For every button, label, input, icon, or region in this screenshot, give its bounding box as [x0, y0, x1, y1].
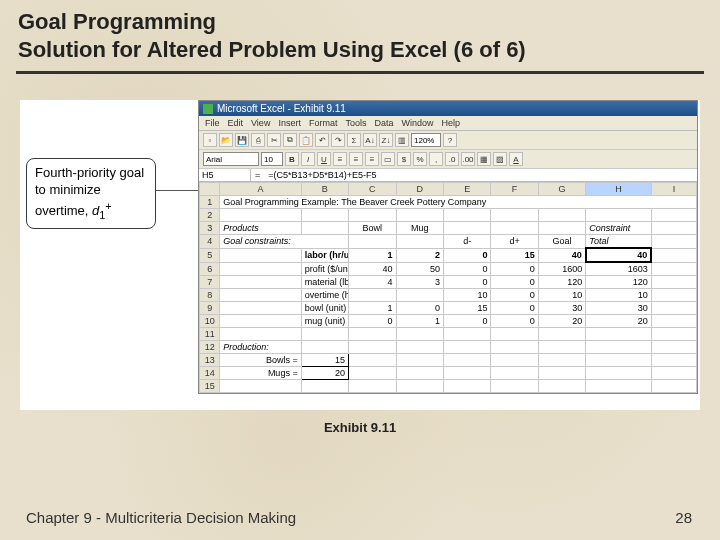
row-4[interactable]: 4 Goal constraints: d- d+ Goal Total	[200, 235, 697, 249]
comma-icon[interactable]: ,	[429, 152, 443, 166]
row-header[interactable]: 15	[200, 380, 220, 393]
cell[interactable]: 40	[538, 248, 585, 262]
menu-file[interactable]: File	[205, 118, 220, 128]
cell[interactable]: 2	[396, 248, 443, 262]
cell[interactable]: 3	[396, 276, 443, 289]
cell[interactable]: 15	[443, 302, 490, 315]
col-header-E[interactable]: E	[443, 183, 490, 196]
cell[interactable]: Goal	[538, 235, 585, 249]
col-header-H[interactable]: H	[586, 183, 652, 196]
align-left-icon[interactable]: ≡	[333, 152, 347, 166]
menu-insert[interactable]: Insert	[278, 118, 301, 128]
align-center-icon[interactable]: ≡	[349, 152, 363, 166]
cell[interactable]: 0	[491, 289, 538, 302]
autosum-icon[interactable]: Σ	[347, 133, 361, 147]
formula-input[interactable]: =(C5*B13+D5*B14)+E5-F5	[264, 169, 697, 181]
cell[interactable]: d+	[491, 235, 538, 249]
cell[interactable]: 50	[396, 262, 443, 276]
cell[interactable]: bowl (unit)	[301, 302, 348, 315]
merge-icon[interactable]: ▭	[381, 152, 395, 166]
cell[interactable]: Goal Programming Example: The Beaver Cre…	[220, 196, 697, 209]
cell[interactable]: Mugs =	[220, 367, 301, 380]
menu-help[interactable]: Help	[441, 118, 460, 128]
chart-icon[interactable]: ▥	[395, 133, 409, 147]
menu-view[interactable]: View	[251, 118, 270, 128]
row-header[interactable]: 4	[200, 235, 220, 249]
row-7[interactable]: 7 material (lbs/unit) 4 3 0 0 120 120	[200, 276, 697, 289]
cell[interactable]: 1	[349, 248, 396, 262]
row-13[interactable]: 13 Bowls = 15	[200, 354, 697, 367]
row-12[interactable]: 12 Production:	[200, 341, 697, 354]
col-header-B[interactable]: B	[301, 183, 348, 196]
function-icon[interactable]: =	[251, 170, 264, 180]
col-header-G[interactable]: G	[538, 183, 585, 196]
row-header[interactable]: 9	[200, 302, 220, 315]
row-header[interactable]: 13	[200, 354, 220, 367]
row-10[interactable]: 10 mug (unit) 0 1 0 0 20 20	[200, 315, 697, 328]
cell[interactable]: material (lbs/unit)	[301, 276, 348, 289]
borders-icon[interactable]: ▦	[477, 152, 491, 166]
cell[interactable]: 20	[586, 315, 652, 328]
cell[interactable]: Bowls =	[220, 354, 301, 367]
cell[interactable]: 0	[349, 315, 396, 328]
menu-format[interactable]: Format	[309, 118, 338, 128]
font-size-dropdown[interactable]: 10	[261, 152, 283, 166]
col-header-D[interactable]: D	[396, 183, 443, 196]
paste-icon[interactable]: 📋	[299, 133, 313, 147]
cell[interactable]: Bowl	[349, 222, 396, 235]
menu-edit[interactable]: Edit	[228, 118, 244, 128]
cell[interactable]: 120	[586, 276, 652, 289]
font-name-dropdown[interactable]: Arial	[203, 152, 259, 166]
cell[interactable]: 20	[538, 315, 585, 328]
cell[interactable]: 1603	[586, 262, 652, 276]
row-5[interactable]: 5 labor (hr/unit) 1 2 0 15 40 40	[200, 248, 697, 262]
sort-desc-icon[interactable]: Z↓	[379, 133, 393, 147]
cell[interactable]: 1	[396, 315, 443, 328]
row-header[interactable]: 7	[200, 276, 220, 289]
cell[interactable]: 30	[538, 302, 585, 315]
cell[interactable]: 1	[349, 302, 396, 315]
row-3[interactable]: 3 Products Bowl Mug Constraint	[200, 222, 697, 235]
percent-icon[interactable]: %	[413, 152, 427, 166]
col-header-I[interactable]: I	[651, 183, 696, 196]
cell[interactable]: Mug	[396, 222, 443, 235]
row-header[interactable]: 5	[200, 248, 220, 262]
cell[interactable]: d-	[443, 235, 490, 249]
cell[interactable]: 4	[349, 276, 396, 289]
cell[interactable]: overtime (hr)	[301, 289, 348, 302]
new-icon[interactable]: ▫	[203, 133, 217, 147]
row-header[interactable]: 2	[200, 209, 220, 222]
menu-tools[interactable]: Tools	[345, 118, 366, 128]
save-icon[interactable]: 💾	[235, 133, 249, 147]
cell[interactable]: Constraint	[586, 222, 652, 235]
cell[interactable]: 20	[301, 367, 348, 380]
cell[interactable]: 10	[586, 289, 652, 302]
row-header[interactable]: 8	[200, 289, 220, 302]
row-header[interactable]: 14	[200, 367, 220, 380]
cell[interactable]: 0	[396, 302, 443, 315]
row-header[interactable]: 12	[200, 341, 220, 354]
col-header-A[interactable]: A	[220, 183, 301, 196]
cell[interactable]: 40	[349, 262, 396, 276]
align-right-icon[interactable]: ≡	[365, 152, 379, 166]
selected-cell[interactable]: 40	[586, 248, 652, 262]
cell[interactable]: 10	[538, 289, 585, 302]
currency-icon[interactable]: $	[397, 152, 411, 166]
cell[interactable]: labor (hr/unit)	[301, 248, 348, 262]
cell[interactable]: 1600	[538, 262, 585, 276]
sort-asc-icon[interactable]: A↓	[363, 133, 377, 147]
row-header[interactable]: 6	[200, 262, 220, 276]
redo-icon[interactable]: ↷	[331, 133, 345, 147]
font-color-icon[interactable]: A	[509, 152, 523, 166]
row-header[interactable]: 3	[200, 222, 220, 235]
row-8[interactable]: 8 overtime (hr) 10 0 10 10	[200, 289, 697, 302]
cell[interactable]: 0	[443, 276, 490, 289]
row-header[interactable]: 11	[200, 328, 220, 341]
row-15[interactable]: 15	[200, 380, 697, 393]
row-14[interactable]: 14 Mugs = 20	[200, 367, 697, 380]
row-9[interactable]: 9 bowl (unit) 1 0 15 0 30 30	[200, 302, 697, 315]
row-2[interactable]: 2	[200, 209, 697, 222]
cell[interactable]: 15	[491, 248, 538, 262]
bold-icon[interactable]: B	[285, 152, 299, 166]
underline-icon[interactable]: U	[317, 152, 331, 166]
